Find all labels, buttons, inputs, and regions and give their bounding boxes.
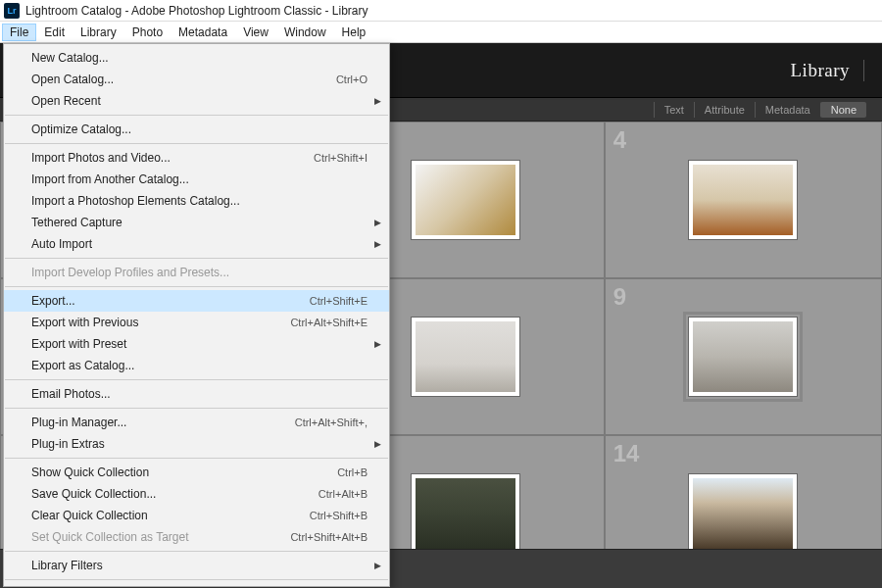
- window-title: Lightroom Catalog - Adobe Photoshop Ligh…: [25, 4, 368, 18]
- menu-item-label: Import a Photoshop Elements Catalog...: [31, 194, 240, 208]
- menu-item-export-with-preset[interactable]: Export with Preset: [4, 333, 389, 355]
- menu-separator: [5, 579, 388, 580]
- menu-help[interactable]: Help: [334, 24, 374, 41]
- menu-separator: [5, 258, 388, 259]
- grid-cell[interactable]: 4: [605, 122, 882, 278]
- menu-item-clear-quick-collection[interactable]: Clear Quick CollectionCtrl+Shift+B: [4, 505, 389, 526]
- menu-item-label: Import Photos and Video...: [31, 151, 171, 165]
- menu-library[interactable]: Library: [73, 24, 124, 41]
- menu-separator: [5, 379, 388, 380]
- menu-separator: [5, 115, 388, 116]
- menu-item-auto-import[interactable]: Auto Import: [4, 233, 389, 255]
- menu-separator: [5, 551, 388, 552]
- menu-item-label: Export with Previous: [31, 316, 138, 329]
- menu-item-set-quick-collection-as-target: Set Quick Collection as TargetCtrl+Shift…: [4, 526, 389, 548]
- menu-file[interactable]: File: [2, 24, 36, 41]
- menu-photo[interactable]: Photo: [124, 24, 171, 41]
- menu-item-label: Open Catalog...: [31, 73, 114, 86]
- menu-window[interactable]: Window: [276, 24, 334, 41]
- menu-separator: [5, 286, 388, 287]
- menu-item-open-catalog[interactable]: Open Catalog...Ctrl+O: [4, 69, 389, 90]
- menu-item-label: Tethered Capture: [31, 216, 122, 229]
- menu-item-label: Export with Preset: [31, 337, 126, 351]
- thumbnail[interactable]: [689, 161, 797, 239]
- menu-item-shortcut: Ctrl+Alt+Shift+,: [295, 416, 368, 428]
- menu-edit[interactable]: Edit: [36, 24, 73, 41]
- filter-metadata[interactable]: Metadata: [755, 102, 820, 118]
- menu-item-shortcut: Ctrl+Alt+B: [318, 488, 368, 500]
- menu-item-label: Library Filters: [31, 559, 103, 572]
- menu-item-save-quick-collection[interactable]: Save Quick Collection...Ctrl+Alt+B: [4, 483, 389, 505]
- menu-item-import-photos-and-video[interactable]: Import Photos and Video...Ctrl+Shift+I: [4, 147, 389, 169]
- menu-item-label: New Catalog...: [31, 51, 109, 65]
- menu-item-label: Save Quick Collection...: [31, 487, 156, 501]
- menu-item-label: Set Quick Collection as Target: [31, 530, 189, 544]
- filter-text[interactable]: Text: [654, 102, 694, 118]
- cell-index: 14: [613, 440, 640, 467]
- menu-view[interactable]: View: [235, 24, 276, 41]
- app-logo-icon: Lr: [4, 3, 20, 19]
- filter-attribute[interactable]: Attribute: [694, 102, 755, 118]
- menu-item-label: Optimize Catalog...: [31, 122, 131, 136]
- menu-item-new-catalog[interactable]: New Catalog...: [4, 47, 389, 69]
- menu-item-export-with-previous[interactable]: Export with PreviousCtrl+Alt+Shift+E: [4, 312, 389, 333]
- menu-item-label: Email Photos...: [31, 387, 111, 401]
- menu-item-export-as-catalog[interactable]: Export as Catalog...: [4, 355, 389, 376]
- menu-item-shortcut: Ctrl+O: [336, 74, 368, 85]
- menu-item-label: Export as Catalog...: [31, 359, 134, 372]
- thumbnail[interactable]: [412, 161, 519, 239]
- menu-separator: [5, 408, 388, 409]
- file-menu-dropdown: New Catalog...Open Catalog...Ctrl+OOpen …: [3, 43, 390, 587]
- module-library[interactable]: Library: [783, 60, 864, 81]
- menu-item-export[interactable]: Export...Ctrl+Shift+E: [4, 290, 389, 312]
- menu-item-label: Auto Import: [31, 237, 92, 251]
- filter-none[interactable]: None: [820, 102, 866, 118]
- cell-index: 9: [613, 283, 626, 311]
- menu-item-shortcut: Ctrl+Shift+B: [310, 510, 368, 521]
- menu-item-import-from-another-catalog[interactable]: Import from Another Catalog...: [4, 169, 389, 190]
- menu-item-library-filters[interactable]: Library Filters: [4, 555, 389, 576]
- menu-item-plug-in-manager[interactable]: Plug-in Manager...Ctrl+Alt+Shift+,: [4, 412, 389, 433]
- menu-item-import-develop-profiles-and-presets: Import Develop Profiles and Presets...: [4, 262, 389, 283]
- menu-item-label: Import Develop Profiles and Presets...: [31, 266, 229, 279]
- menu-item-label: Plug-in Manager...: [31, 416, 126, 429]
- menu-item-shortcut: Ctrl+Shift+I: [314, 152, 368, 164]
- menu-item-plug-in-extras[interactable]: Plug-in Extras: [4, 433, 389, 455]
- menu-item-shortcut: Ctrl+B: [337, 466, 368, 478]
- menu-separator: [5, 143, 388, 144]
- menu-item-optimize-catalog[interactable]: Optimize Catalog...: [4, 119, 389, 140]
- menu-metadata[interactable]: Metadata: [171, 24, 235, 41]
- menu-item-label: Clear Quick Collection: [31, 509, 148, 522]
- thumbnail[interactable]: [412, 474, 519, 549]
- thumbnail[interactable]: [412, 318, 519, 396]
- cell-index: 4: [613, 126, 626, 154]
- grid-cell[interactable]: 14: [605, 435, 882, 549]
- menu-item-label: Open Recent: [31, 94, 101, 108]
- menu-item-label: Plug-in Extras: [31, 437, 105, 451]
- thumbnail[interactable]: [689, 318, 797, 396]
- menu-item-shortcut: Ctrl+Shift+Alt+B: [290, 531, 368, 543]
- menu-separator: [5, 458, 388, 459]
- grid-cell[interactable]: 9: [605, 278, 882, 435]
- menu-item-label: Export...: [31, 294, 75, 308]
- menu-item-shortcut: Ctrl+Alt+Shift+E: [290, 317, 368, 328]
- menu-item-label: Show Quick Collection: [31, 466, 149, 479]
- menu-item-shortcut: Ctrl+Shift+E: [310, 295, 368, 307]
- title-bar: Lr Lightroom Catalog - Adobe Photoshop L…: [0, 0, 882, 22]
- menu-item-label: Import from Another Catalog...: [31, 172, 189, 186]
- menu-item-show-quick-collection[interactable]: Show Quick CollectionCtrl+B: [4, 462, 389, 483]
- menu-bar: FileEditLibraryPhotoMetadataViewWindowHe…: [0, 22, 882, 43]
- menu-item-import-a-photoshop-elements-catalog[interactable]: Import a Photoshop Elements Catalog...: [4, 190, 389, 212]
- menu-item-open-recent[interactable]: Open Recent: [4, 90, 389, 112]
- menu-item-tethered-capture[interactable]: Tethered Capture: [4, 212, 389, 233]
- thumbnail[interactable]: [689, 474, 797, 549]
- menu-item-email-photos[interactable]: Email Photos...: [4, 383, 389, 405]
